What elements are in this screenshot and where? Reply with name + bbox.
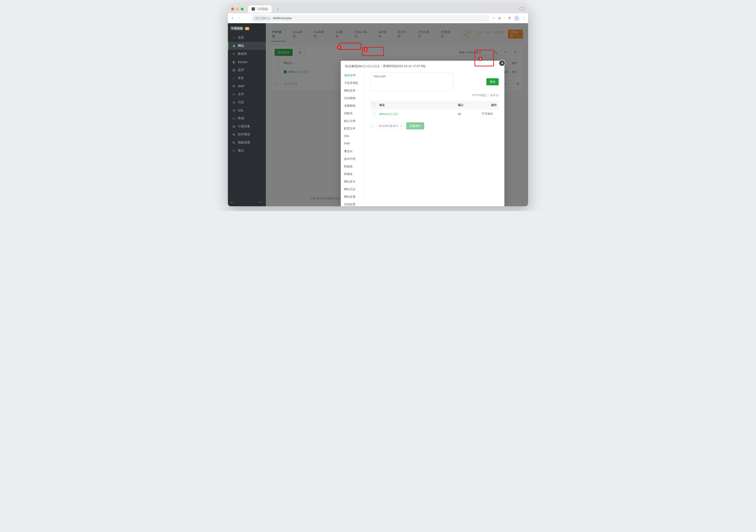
sidebar-item-1[interactable]: ⊕网站 xyxy=(228,42,266,50)
star-icon[interactable]: ☆ xyxy=(492,16,495,20)
nav-icon: ⚙ xyxy=(232,141,235,145)
nav-label: 软件商店 xyxy=(238,132,250,137)
domain-batch-ops: 请选择批量操作 批量操作 xyxy=(370,122,499,129)
ops-cell: 不可操作 xyxy=(480,110,499,119)
domain-textarea[interactable] xyxy=(370,72,453,91)
sidebar-item-14[interactable]: ⎋退出 xyxy=(228,146,266,155)
modal-side-tab-6[interactable]: 默认文档 xyxy=(341,117,364,125)
modal-side-tab-8[interactable]: SSL xyxy=(341,132,364,140)
collapse-sidebar-icon[interactable]: ⇤ xyxy=(231,200,233,204)
modal-side-tab-3[interactable]: 访问限制 xyxy=(341,94,364,102)
minimize-window-dot[interactable] xyxy=(236,8,239,11)
modal-side-tab-16[interactable]: 网站告警 xyxy=(341,193,364,200)
sidebar-item-5[interactable]: ✓安全 xyxy=(228,74,266,82)
sidebar-item-10[interactable]: ▢终端 xyxy=(228,114,266,122)
modal-side-tabs: 域名管理子目录绑定网站目录访问限制流量限制伪静态默认文档配置文件SSLPHP重定… xyxy=(341,71,364,206)
modal-side-tab-5[interactable]: 伪静态 xyxy=(341,110,364,117)
maximize-window-dot[interactable] xyxy=(241,8,244,11)
nav-label: 首页 xyxy=(238,36,244,40)
sidebar-item-8[interactable]: ≣日志 xyxy=(228,98,266,106)
https-status-row: HTTPS端口：未开启 xyxy=(370,93,499,97)
nav-icon: ◐ xyxy=(232,60,235,64)
modal-side-tab-1[interactable]: 子目录绑定 xyxy=(341,79,364,87)
chevron-down-icon[interactable]: ⌄ xyxy=(520,7,525,11)
sidebar-item-2[interactable]: ≡数据库 xyxy=(228,50,266,58)
modal-content: 添加 HTTPS端口：未开启 域名 端口 操作 xyxy=(364,71,504,206)
port-cell: 80 xyxy=(456,110,480,119)
nav-icon: ❖ xyxy=(232,133,235,136)
forward-button[interactable] xyxy=(237,16,241,20)
domain-table: 域名 端口 操作 demo.lxxx.com 80 不可操作 xyxy=(370,101,499,119)
modal-side-tab-9[interactable]: PHP xyxy=(341,140,364,147)
nav-label: 安全 xyxy=(238,76,244,80)
notification-badge[interactable]: 1 xyxy=(245,27,249,30)
nav-label: 监控 xyxy=(238,68,244,72)
annotation-num-2: 2 xyxy=(337,45,341,50)
domain-cell[interactable]: demo.lxxx.com xyxy=(379,112,398,116)
address-bar: 192.168.x.x :8888/site/php ☆ ⧉ | ⚗ ⋮ xyxy=(228,13,528,23)
sidebar-item-6[interactable]: ⛨WAF xyxy=(228,82,266,90)
modal-side-tab-10[interactable]: 重定向 xyxy=(341,147,364,155)
profile-avatar[interactable] xyxy=(514,16,519,21)
col-port: 端口 xyxy=(456,101,480,110)
site-info-icon[interactable] xyxy=(244,16,249,20)
nav: ⌂首页⊕网站≡数据库◐Docker▤监控✓安全⛨WAF▭文件≣日志⊡SSL▢终端… xyxy=(228,34,266,198)
sidebar-item-0[interactable]: ⌂首页 xyxy=(228,34,266,42)
nav-label: 退出 xyxy=(238,148,244,153)
sidebar-item-12[interactable]: ❖软件商店 xyxy=(228,130,266,139)
domain-select-all[interactable] xyxy=(372,103,375,106)
nav-label: WAF xyxy=(238,84,245,88)
collapse-bar: ⇤ ⟷ xyxy=(228,198,266,206)
nav-label: 文件 xyxy=(238,92,244,96)
modal-side-tab-13[interactable]: 防篡改 xyxy=(341,170,364,178)
url-input[interactable]: 192.168.x.x :8888/site/php xyxy=(251,15,490,22)
menu-dots-icon[interactable]: ⋮ xyxy=(523,16,526,20)
labs-icon[interactable]: ⚗ xyxy=(508,16,511,20)
sidebar-item-11[interactable]: ⊞计划任务 xyxy=(228,122,266,130)
sidebar-item-13[interactable]: ⚙面板设置 xyxy=(228,139,266,146)
expand-sidebar-icon[interactable]: ⟷ xyxy=(258,200,263,204)
sidebar-item-4[interactable]: ▤监控 xyxy=(228,66,266,74)
modal-side-tab-2[interactable]: 网站目录 xyxy=(341,87,364,94)
col-ops: 操作 xyxy=(480,101,499,110)
logo-text: 宝塔面板 xyxy=(231,26,243,31)
nav-icon: ✓ xyxy=(232,76,235,80)
modal-close-button[interactable]: ✕ xyxy=(499,60,505,66)
back-button[interactable] xyxy=(230,16,234,20)
modal-side-tab-11[interactable]: 反向代理 xyxy=(341,155,364,163)
modal-side-tab-7[interactable]: 配置文件 xyxy=(341,125,364,132)
modal-side-tab-15[interactable]: 网站日志 xyxy=(341,185,364,193)
domain-batch-select[interactable]: 请选择批量操作 xyxy=(376,122,404,129)
nav-label: SSL xyxy=(238,109,244,112)
col-domain: 域名 xyxy=(377,101,456,110)
domain-batch-button[interactable]: 批量操作 xyxy=(406,122,424,129)
nav-label: 终端 xyxy=(238,116,244,120)
nav-label: 网站 xyxy=(238,44,244,48)
modal-side-tab-12[interactable]: 防盗链 xyxy=(341,163,364,170)
sidebar-item-7[interactable]: ▭文件 xyxy=(228,90,266,98)
domain-batch-checkbox[interactable] xyxy=(370,124,373,127)
sidebar-item-9[interactable]: ⊡SSL xyxy=(228,106,266,114)
add-domain-button[interactable]: 添加 xyxy=(486,78,499,85)
nav-icon: ▤ xyxy=(232,68,235,72)
nav-icon: ▭ xyxy=(232,93,235,96)
nav-icon: ⊕ xyxy=(232,44,235,48)
extensions-icon[interactable]: ⧉ xyxy=(499,16,500,20)
sidebar-item-3[interactable]: ◐Docker xyxy=(228,58,266,66)
https-label: HTTPS端口： xyxy=(472,93,490,97)
modal-side-tab-17[interactable]: 其他设置 xyxy=(341,200,364,206)
close-window-dot[interactable] xyxy=(231,8,234,11)
modal-side-tab-4[interactable]: 流量限制 xyxy=(341,102,364,110)
main: PHP项目Java项目Node项目Go项目Python项目Net项目反向代理HT… xyxy=(266,23,528,206)
modal-side-tab-0[interactable]: 域名管理 xyxy=(341,71,364,79)
new-tab-button[interactable]: + xyxy=(275,6,281,12)
domain-row-checkbox[interactable] xyxy=(372,112,375,115)
browser-tab[interactable]: 宝塔面板 xyxy=(248,6,272,13)
url-path: :8888/site/php xyxy=(272,16,292,20)
nav-label: Docker xyxy=(238,60,248,64)
nav-icon: ▢ xyxy=(232,117,235,120)
nav-icon: ≣ xyxy=(232,100,235,104)
tab-title: 宝塔面板 xyxy=(257,7,268,11)
nav-icon: ≡ xyxy=(232,52,235,56)
modal-side-tab-14[interactable]: 网站安全 xyxy=(341,178,364,185)
